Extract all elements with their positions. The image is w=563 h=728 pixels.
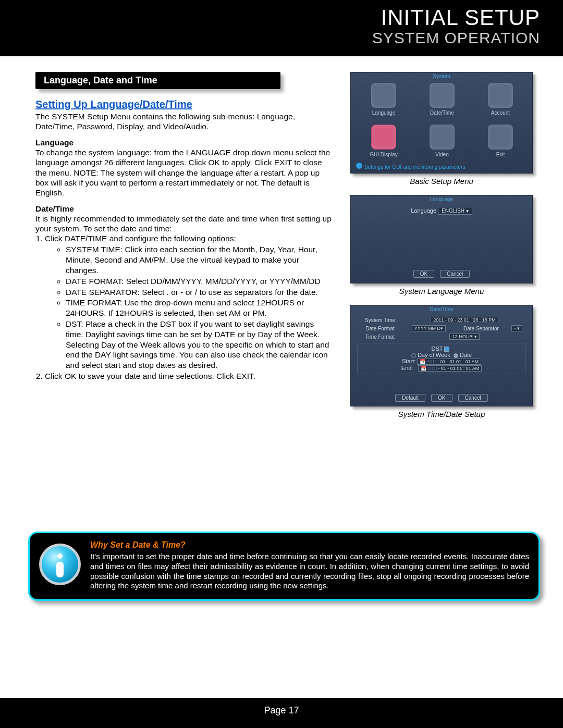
radio-dayweek[interactable] xyxy=(411,353,416,358)
language-icon xyxy=(371,83,396,108)
bullet: SYSTEM TIME: Click into each section for… xyxy=(66,244,333,275)
page-footer: Page 17 xyxy=(0,698,563,728)
ok-button[interactable]: OK xyxy=(431,394,452,402)
caption-2: System Language Menu xyxy=(348,287,535,295)
dst-label: DST xyxy=(432,346,443,352)
step-1: Click DATE/TIME and configure the follow… xyxy=(45,233,333,371)
page-title-1: INITIAL SETUP xyxy=(0,5,540,30)
systime-value[interactable]: 2011 - 09 - 23 01 : 28 : 18 PM xyxy=(431,317,498,323)
mock1-cell: Account xyxy=(477,83,524,116)
info-question: Why Set a Date & Time? xyxy=(90,540,529,550)
bulb-icon xyxy=(356,163,362,169)
systime-label: System Time xyxy=(357,316,403,324)
mock3-table: System Time2011 - 09 - 23 01 : 28 : 18 P… xyxy=(357,316,526,341)
dst-end-field[interactable]: 📅 2011- 01 - 01 01 : 01 AM xyxy=(418,365,482,372)
step-2: Click OK to save your date and time sele… xyxy=(45,371,333,381)
cancel-button[interactable]: Cancel xyxy=(440,270,470,278)
default-button[interactable]: Default xyxy=(395,394,425,402)
page-title-2: SYSTEM OPERATION xyxy=(0,29,540,47)
caption-3: System Time/Date Setup xyxy=(348,410,535,418)
mock1-lbl: GUI Display xyxy=(360,152,407,157)
mock2-buttons: OK Cancel xyxy=(351,270,532,278)
bullet: DATE SEPARATOR: Select . or - or / to us… xyxy=(66,287,333,298)
mock1-cell: Exit xyxy=(477,125,524,157)
page-number: Page 17 xyxy=(264,705,299,715)
cancel-button[interactable]: Cancel xyxy=(458,394,488,402)
mock1-cell: Video xyxy=(419,125,466,157)
intro-text: The SYSTEM Setup Menu contains the follo… xyxy=(35,112,333,132)
mock1-cell: Date/Time xyxy=(419,83,466,116)
header-bar: INITIAL SETUP SYSTEM OPERATION xyxy=(0,0,563,56)
setting-subtitle: Setting Up Language/Date/Time xyxy=(35,98,333,110)
content-area: Language, Date and Time Setting Up Langu… xyxy=(0,56,563,428)
start-label: Start: xyxy=(402,358,415,364)
timefmt-value[interactable]: 12-HOUR ▾ xyxy=(449,334,479,340)
mock1-title: System xyxy=(433,73,450,79)
mock1-lbl: Exit xyxy=(477,152,524,157)
bullet: DST: Place a check in the DST box if you… xyxy=(66,319,333,371)
exit-icon xyxy=(488,125,513,150)
datetime-heading: Date/Time xyxy=(35,204,333,214)
mock2-value: ENGLISH xyxy=(442,208,464,214)
step-1-bullets: SYSTEM TIME: Click into each section for… xyxy=(45,244,333,371)
dst-row: DST xyxy=(360,346,523,352)
timedate-screenshot: Date/Time System Time2011 - 09 - 23 01 :… xyxy=(350,305,533,406)
radio-date[interactable] xyxy=(454,353,458,358)
timefmt-label: Time Format xyxy=(357,332,403,341)
datesep-value[interactable]: - ▾ xyxy=(511,325,522,331)
language-heading: Language xyxy=(35,138,333,147)
end-label: End: xyxy=(401,365,413,371)
mock2-select[interactable]: ENGLISH ▾ xyxy=(438,207,472,215)
account-icon xyxy=(488,83,513,108)
bullet: DATE FORMAT: Select DD/MM/YYYY, MM/DD/YY… xyxy=(66,276,333,287)
dst-mode-row: Day of Week Date xyxy=(360,352,523,358)
mock1-cell: GUI Display xyxy=(360,125,407,157)
mock1-lbl: Video xyxy=(419,152,466,157)
mock1-lbl: Date/Time xyxy=(419,110,466,116)
right-column: System Language Date/Time Account GUI Di… xyxy=(348,72,535,428)
steps-list: Click DATE/TIME and configure the follow… xyxy=(35,233,333,381)
mock2-title: Language xyxy=(430,196,454,202)
dst-end-row: End: 📅 2011- 01 - 01 01 : 01 AM xyxy=(360,365,523,372)
mock1-lbl: Account xyxy=(477,110,524,116)
mock1-hint-text: Settings for GUI and monitoring paramete… xyxy=(364,164,465,170)
mock2-label: Language xyxy=(411,207,436,214)
datefmt-label: Date Format xyxy=(357,324,403,332)
info-icon xyxy=(39,544,81,585)
section-heading: Language, Date and Time xyxy=(35,72,280,89)
language-body: To change the system language: from the … xyxy=(35,147,333,198)
step-1-text: Click DATE/TIME and configure the follow… xyxy=(45,234,236,243)
dst-start-field[interactable]: 📅 2011- 01 - 01 01 : 01 AM xyxy=(417,359,481,365)
mock1-lbl: Language xyxy=(360,110,407,116)
info-answer: It's important to set the proper date an… xyxy=(90,552,529,591)
caption-1: Basic Setup Menu xyxy=(348,177,535,186)
mock1-cell: Language xyxy=(360,83,407,116)
dst-checkbox[interactable] xyxy=(444,347,449,352)
mock2-row: Language ENGLISH ▾ xyxy=(357,207,526,215)
dst-group: DST Day of Week Date Start: 📅 2011- 01 -… xyxy=(357,343,526,374)
video-icon xyxy=(430,125,455,150)
dow-label: Day of Week xyxy=(418,352,450,358)
basic-setup-screenshot: System Language Date/Time Account GUI Di… xyxy=(350,72,533,174)
ok-button[interactable]: OK xyxy=(413,270,434,278)
bullet: TIME FORMAT: Use the drop-down menu and … xyxy=(66,298,333,318)
info-callout: Why Set a Date & Time? It's important to… xyxy=(28,532,540,601)
language-menu-screenshot: Language Language ENGLISH ▾ OK Cancel xyxy=(350,195,533,283)
mock3-title: Date/Time xyxy=(430,306,454,312)
dst-start-row: Start: 📅 2011- 01 - 01 01 : 01 AM xyxy=(360,358,523,365)
mock1-hint: Settings for GUI and monitoring paramete… xyxy=(356,163,465,170)
datesep-label: Date Separator xyxy=(455,324,508,332)
display-icon xyxy=(371,125,396,150)
info-body: Why Set a Date & Time? It's important to… xyxy=(90,540,529,591)
left-column: Language, Date and Time Setting Up Langu… xyxy=(35,72,333,428)
clock-icon xyxy=(430,83,455,108)
datetime-lead: It is highly recommended to immediately … xyxy=(35,214,333,234)
datefmt-value[interactable]: YYYY MM D▾ xyxy=(412,325,446,331)
mock3-buttons: Default OK Cancel xyxy=(351,394,532,402)
date-label: Date xyxy=(460,352,472,358)
